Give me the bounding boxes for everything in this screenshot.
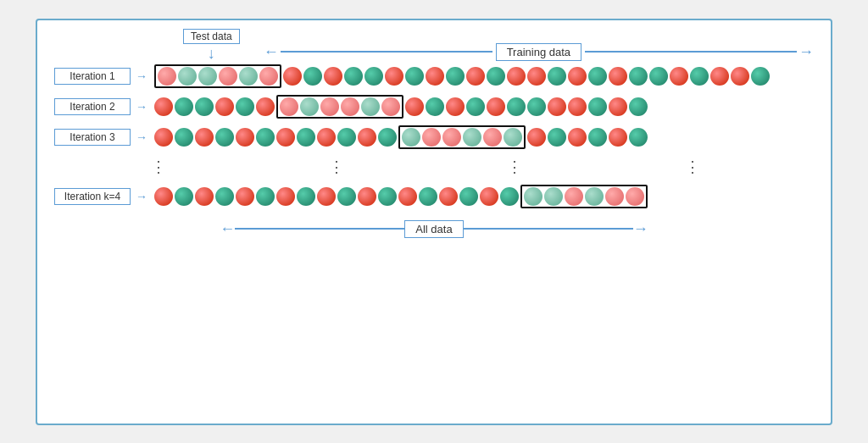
iteration-3-label: Iteration 3 [54, 129, 131, 146]
ball [527, 97, 546, 116]
dots-3: ⋮ [492, 158, 538, 176]
ball [219, 67, 237, 86]
ball [324, 67, 342, 86]
ball [568, 67, 587, 86]
ball [300, 97, 319, 116]
ball [459, 187, 478, 206]
ball [626, 187, 644, 206]
ball [544, 187, 563, 206]
ball [344, 67, 363, 86]
ball [175, 97, 193, 116]
ball [195, 97, 214, 116]
ball [239, 67, 258, 86]
test-box-k [520, 185, 648, 208]
ball [405, 67, 424, 86]
dots-2: ⋮ [314, 158, 360, 176]
ball [297, 128, 315, 147]
ball [215, 97, 234, 116]
ball [487, 67, 505, 86]
dots-4: ⋮ [670, 158, 716, 176]
ball [588, 128, 607, 147]
ball [690, 67, 709, 86]
balls-row-1 [154, 64, 770, 88]
test-data-header: Test data ↓ [183, 29, 240, 61]
ball [175, 128, 193, 147]
ball [280, 97, 298, 116]
test-box-1 [154, 64, 281, 88]
ball [398, 187, 417, 206]
ball [381, 97, 400, 116]
ball [588, 97, 607, 116]
ball [585, 187, 604, 206]
ball [446, 97, 465, 116]
ball [358, 128, 376, 147]
ball [649, 67, 668, 86]
dots-1: ⋮ [136, 158, 182, 176]
ball [466, 97, 485, 116]
training-data-label: Training data [496, 43, 581, 61]
ball [320, 97, 339, 116]
ball [419, 187, 437, 206]
right-arrow-icon: → [798, 43, 814, 61]
ball [527, 128, 546, 147]
ball [256, 187, 275, 206]
left-arrow-icon: ← [264, 43, 279, 61]
ball [524, 187, 542, 206]
ball [402, 128, 420, 147]
iteration-row-1: Iteration 1 → [54, 64, 814, 88]
test-data-label: Test data [183, 29, 240, 44]
ball [178, 67, 197, 86]
ball [565, 187, 583, 206]
ball [215, 187, 234, 206]
ball [426, 97, 444, 116]
ball [405, 97, 424, 116]
iteration-rows: Iteration 1 → [54, 64, 814, 208]
ball [710, 67, 729, 86]
ball [629, 67, 648, 86]
ball [480, 187, 498, 206]
ball [466, 67, 485, 86]
down-arrow-icon: ↓ [208, 46, 215, 61]
ball [463, 128, 481, 147]
ball [442, 128, 461, 147]
test-box-2 [276, 95, 403, 119]
ball [548, 97, 566, 116]
ball [303, 67, 322, 86]
test-box-3 [398, 125, 526, 149]
ball [236, 187, 254, 206]
ball [283, 67, 302, 86]
ball [609, 67, 627, 86]
ball [195, 128, 214, 147]
all-data-label: All data [404, 220, 463, 238]
arrow-right-2: → [136, 100, 147, 114]
iteration-k-label: Iteration k=4 [54, 188, 131, 205]
ball [527, 67, 546, 86]
ball [487, 97, 505, 116]
ball [609, 128, 627, 147]
ball [548, 67, 566, 86]
ball [378, 128, 397, 147]
ball [507, 67, 526, 86]
ball [378, 187, 397, 206]
ball [317, 128, 336, 147]
ball [439, 187, 458, 206]
ball [236, 128, 254, 147]
ball [500, 187, 519, 206]
ball [154, 187, 173, 206]
ball [629, 97, 648, 116]
ball [568, 128, 587, 147]
dots-row: ⋮ ⋮ ⋮ ⋮ [136, 158, 814, 176]
balls-row-k [154, 185, 648, 208]
ball [341, 97, 359, 116]
ball [507, 97, 526, 116]
ball [215, 128, 234, 147]
ball [256, 97, 275, 116]
arrow-right-k: → [136, 190, 147, 203]
ball [609, 97, 627, 116]
ball [731, 67, 749, 86]
ball [337, 128, 356, 147]
ball [446, 67, 465, 86]
ball [259, 67, 278, 86]
ball [154, 128, 173, 147]
ball [422, 128, 441, 147]
